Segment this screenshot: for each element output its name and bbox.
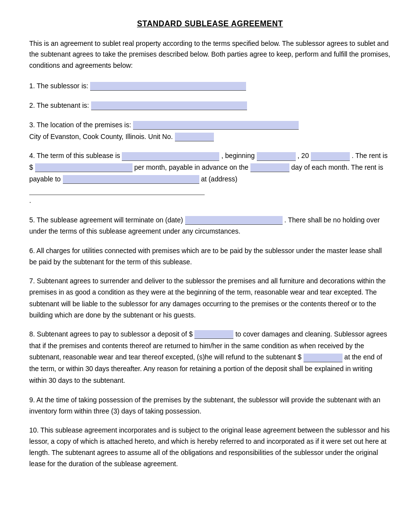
section-4-year: , 20 [298, 152, 309, 159]
section-10-text: 10. This sublease agreement incorporates… [29, 425, 391, 470]
subtenant-field[interactable] [91, 101, 247, 110]
section-6-text: 6. All charges for utilities connected w… [29, 245, 391, 268]
section-10: 10. This sublease agreement incorporates… [29, 425, 391, 470]
document-container: STANDARD SUBLEASE AGREEMENT This is an a… [29, 20, 391, 470]
premises-address-field[interactable] [133, 121, 299, 130]
section-3-city: City of Evanston, Cook County, Illinois.… [29, 133, 175, 140]
section-4-label: 4. The term of this sublease is [29, 152, 122, 159]
section-5-label: 5. The sublease agreement will terminate… [29, 216, 185, 224]
payable-address-field[interactable] [29, 186, 205, 195]
section-7-text: 7. Subtenant agrees to surrender and del… [29, 276, 391, 320]
year-field[interactable] [311, 152, 350, 161]
section-5: 5. The sublease agreement will terminate… [29, 215, 391, 238]
section-2-label: 2. The subtenant is: [29, 101, 91, 109]
section-6: 6. All charges for utilities connected w… [29, 245, 391, 268]
document-title: STANDARD SUBLEASE AGREEMENT [29, 20, 391, 28]
section-8: 8. Subtenant agrees to pay to sublessor … [29, 329, 391, 387]
section-4-at: at (address) [201, 175, 237, 183]
sublessor-field[interactable] [90, 82, 246, 91]
beginning-date-field[interactable] [257, 152, 296, 161]
section-3-label: 3. The location of the premises is: [29, 121, 133, 129]
section-4-beginning: , beginning [221, 152, 256, 159]
rent-amount-field[interactable] [35, 163, 133, 172]
pay-day-field[interactable] [250, 163, 289, 172]
intro-paragraph: This is an agreement to sublet real prop… [29, 38, 391, 71]
payable-to-field[interactable] [63, 175, 199, 184]
section-3: 3. The location of the premises is: City… [29, 119, 391, 143]
section-9: 9. At the time of taking possession of t… [29, 395, 391, 417]
section-4-period: . [29, 197, 31, 204]
section-8-label: 8. Subtenant agrees to pay to sublessor … [29, 330, 192, 338]
terminate-date-field[interactable] [185, 216, 283, 225]
section-1-label: 1. The sublessor is: [29, 82, 90, 90]
section-4: 4. The term of this sublease is , beginn… [29, 150, 391, 206]
section-7: 7. Subtenant agrees to surrender and del… [29, 276, 391, 320]
section-2: 2. The subtenant is: [29, 100, 391, 112]
section-9-text: 9. At the time of taking possession of t… [29, 395, 391, 417]
unit-number-field[interactable] [175, 133, 214, 141]
deposit-amount-field[interactable] [194, 330, 233, 339]
section-1: 1. The sublessor is: [29, 80, 391, 92]
refund-amount-field[interactable] [304, 354, 343, 362]
section-4-per-month: per month, payable in advance on the [134, 163, 250, 171]
sublease-term-field[interactable] [122, 152, 219, 161]
